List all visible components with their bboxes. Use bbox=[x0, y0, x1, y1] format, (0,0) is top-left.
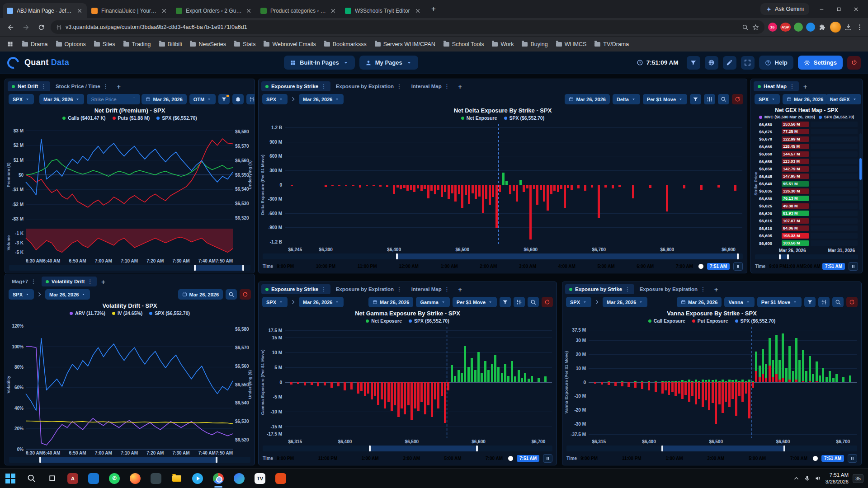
vanna-exposure-chart[interactable]: 37.5 M30 M20 M10 M0-10 M-20 M-30 M-37.5 … bbox=[562, 324, 861, 445]
heatmap-row[interactable]: $6,660144.57 M bbox=[759, 151, 858, 157]
gex-empty-cell[interactable] bbox=[811, 136, 858, 142]
bookmark-item[interactable]: Bilibili bbox=[155, 39, 186, 49]
heatmap-row[interactable]: $6,62549.38 M bbox=[759, 203, 858, 209]
bookmark-item[interactable]: Drama bbox=[18, 39, 52, 49]
gex-value-cell[interactable]: 147.95 M bbox=[782, 174, 809, 179]
time-slider[interactable]: Time 9:00 PM11:00 PM1:00 AM3:00 AM5:00 A… bbox=[562, 454, 861, 463]
date-select[interactable]: Mar 26, 2026 bbox=[178, 289, 223, 300]
gex-empty-cell[interactable] bbox=[811, 144, 858, 149]
tab-menu-icon[interactable]: ⋮ bbox=[103, 83, 108, 89]
tab-menu-icon[interactable]: ⋮ bbox=[321, 286, 326, 292]
gex-empty-cell[interactable] bbox=[811, 240, 858, 246]
firefox-app-icon[interactable] bbox=[125, 469, 146, 488]
tab-exposure-by-strike[interactable]: Exposure by Strike⋮ bbox=[565, 284, 634, 294]
gex-empty-cell[interactable] bbox=[811, 181, 858, 187]
gex-value-cell[interactable]: 122.99 M bbox=[782, 136, 809, 142]
greek-select[interactable]: Delta bbox=[613, 94, 640, 104]
heatmap-row[interactable]: $6,600103.56 M bbox=[759, 240, 858, 246]
ask-gemini-button[interactable]: Ask Gemini bbox=[760, 3, 809, 15]
edge-app-icon[interactable] bbox=[229, 469, 250, 488]
speaker-icon[interactable] bbox=[815, 475, 821, 482]
extension-icon[interactable]: 16 bbox=[768, 23, 777, 32]
tab-menu-icon[interactable]: ⋮ bbox=[41, 83, 46, 89]
date-select[interactable]: Mar 26, 2026 bbox=[142, 94, 186, 104]
symbol-select[interactable]: SPX bbox=[9, 94, 34, 104]
pause-button[interactable] bbox=[849, 262, 858, 271]
heatmap-grid[interactable]: $6,680153.56 M$6,67577.25 M$6,670122.99 … bbox=[759, 121, 858, 247]
chart-settings-button[interactable] bbox=[818, 297, 830, 307]
lens-icon[interactable] bbox=[742, 24, 749, 31]
notification-count-badge[interactable]: 35 bbox=[853, 474, 863, 483]
heatmap-scrollbar[interactable] bbox=[859, 133, 862, 210]
per-move-select[interactable]: Per $1 Move bbox=[757, 297, 802, 307]
add-tab-button[interactable]: + bbox=[98, 278, 108, 286]
zoom-button[interactable] bbox=[528, 297, 539, 307]
back-button[interactable] bbox=[5, 21, 16, 33]
tab-exposure-by-strike[interactable]: Exposure by Strike⋮ bbox=[261, 284, 330, 294]
range-scrollbar[interactable] bbox=[9, 457, 250, 463]
browser-tab[interactable]: Export Orders ‹ 2 Guys With Kn bbox=[172, 3, 256, 18]
volatility-drift-chart[interactable]: 120%100%80%60%40%20%0%$6,580$6,570$6,560… bbox=[5, 316, 255, 456]
filter-button[interactable] bbox=[218, 94, 230, 104]
date-select[interactable]: Mar 26, 2026 bbox=[783, 94, 827, 104]
chart-settings-button[interactable] bbox=[704, 94, 715, 104]
range-handle-left[interactable] bbox=[779, 254, 781, 259]
taskbar-search-icon[interactable] bbox=[21, 469, 42, 488]
gex-value-cell[interactable]: 193.33 M bbox=[782, 233, 809, 239]
heatmap-row[interactable]: $6,670122.99 M bbox=[759, 136, 858, 142]
browser-menu-icon[interactable] bbox=[856, 23, 863, 31]
extensions-puzzle-icon[interactable] bbox=[819, 23, 826, 31]
gex-empty-cell[interactable] bbox=[811, 211, 858, 216]
range-scrollbar[interactable] bbox=[566, 446, 857, 451]
my-pages-menu[interactable]: My Pages bbox=[359, 56, 418, 70]
add-tab-button[interactable]: + bbox=[455, 83, 465, 90]
tab-menu-icon[interactable]: ⋮ bbox=[88, 278, 93, 285]
microphone-icon[interactable] bbox=[804, 475, 811, 482]
gex-empty-cell[interactable] bbox=[811, 151, 858, 157]
apps-grid-icon[interactable] bbox=[5, 39, 15, 50]
gex-value-cell[interactable]: 84.06 M bbox=[782, 225, 809, 231]
range-handle-left[interactable] bbox=[369, 446, 371, 451]
tab-close-button[interactable] bbox=[330, 8, 336, 14]
gallery-app-icon[interactable] bbox=[146, 469, 166, 488]
heatmap-row[interactable]: $6,63076.13 M bbox=[759, 196, 858, 201]
gex-empty-cell[interactable] bbox=[811, 233, 858, 239]
add-tab-button[interactable]: + bbox=[711, 286, 722, 293]
symbol-select[interactable]: SPX bbox=[262, 297, 288, 307]
bookmark-item[interactable]: Sites bbox=[90, 39, 119, 49]
pause-button[interactable] bbox=[733, 262, 743, 271]
legend-item[interactable]: MVC ($6,500 Mar 26, 2026) bbox=[759, 115, 815, 119]
gex-value-cell[interactable]: 113.03 M bbox=[782, 159, 809, 164]
expiry-select[interactable]: Mar 26, 2026 bbox=[299, 297, 344, 307]
bookmark-star-icon[interactable] bbox=[752, 24, 759, 31]
symbol-select[interactable]: SPX bbox=[566, 297, 591, 307]
bookmark-item[interactable]: Servers WHM/CPAN bbox=[371, 39, 439, 49]
tab-interval-map[interactable]: Interval Map⋮ bbox=[407, 81, 454, 91]
gex-empty-cell[interactable] bbox=[811, 188, 858, 194]
reload-button[interactable] bbox=[35, 21, 47, 33]
gex-empty-cell[interactable] bbox=[811, 166, 858, 172]
legend-item[interactable]: Net Exposure bbox=[366, 318, 402, 324]
tab-menu-icon[interactable]: ⋮ bbox=[625, 286, 630, 292]
bookmark-item[interactable]: Trading bbox=[119, 39, 155, 49]
range-handle-right[interactable] bbox=[216, 457, 217, 463]
heatmap-row[interactable]: $6,680153.56 M bbox=[759, 122, 858, 127]
legend-item[interactable]: SPX ($6,552.70) bbox=[156, 115, 197, 121]
tab-mag7[interactable]: Mag+7⋮ bbox=[8, 277, 40, 286]
heatmap-row[interactable]: $6,645147.95 M bbox=[759, 174, 858, 179]
bookmark-item[interactable]: Stats bbox=[230, 39, 260, 49]
legend-item[interactable]: SPX ($6,552.70) bbox=[409, 318, 449, 324]
legend-item[interactable]: Calls ($401.47 K) bbox=[62, 115, 105, 121]
browser-tab[interactable]: ABJ Main Page - Jeff Testing bbox=[3, 3, 87, 18]
metric-select[interactable]: Net GEX bbox=[826, 94, 861, 104]
gex-value-cell[interactable]: 77.25 M bbox=[782, 129, 809, 134]
expiry-select[interactable]: Mar 26, 2026 bbox=[45, 289, 90, 300]
heatmap-row[interactable]: $6,615107.07 M bbox=[759, 218, 858, 224]
range-handle-left[interactable] bbox=[194, 265, 196, 271]
heatmap-row[interactable]: $6,61084.06 M bbox=[759, 225, 858, 231]
refresh-button[interactable] bbox=[732, 94, 743, 104]
bookmark-item[interactable]: NewSeries bbox=[186, 39, 230, 49]
greek-select[interactable]: Gamma bbox=[416, 297, 449, 307]
range-handle-right[interactable] bbox=[242, 265, 244, 271]
tab-close-button[interactable] bbox=[415, 8, 421, 14]
